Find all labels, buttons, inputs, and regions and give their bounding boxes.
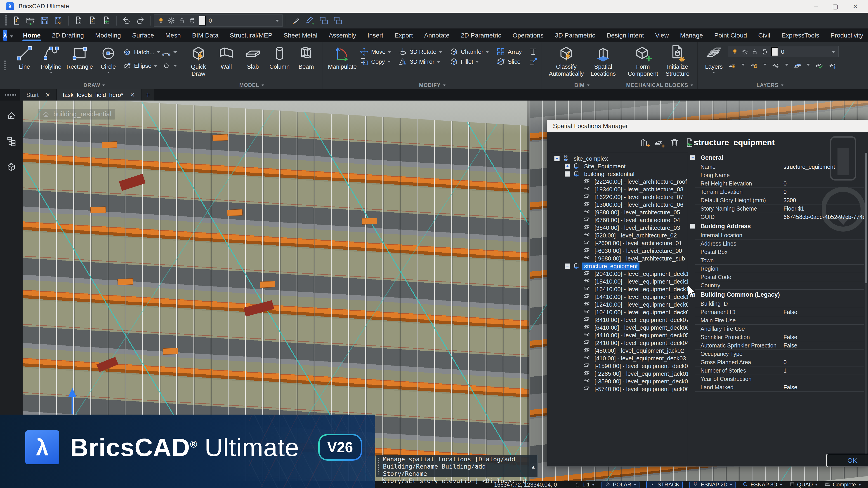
structure-browser-icon[interactable] — [6, 136, 17, 147]
chevron-down-icon[interactable] — [858, 484, 861, 486]
tree-item-4410-00-level-equipment-deck05[interactable]: [4410.00] - level_equipment_deck05 — [551, 331, 688, 339]
new-tab-button[interactable]: + — [142, 89, 154, 101]
fillet-button[interactable]: Fillet — [449, 57, 489, 66]
save-button[interactable] — [38, 14, 51, 27]
tab-structural-mep[interactable]: Structural/MEP — [224, 29, 278, 42]
layer-set-current-icon[interactable] — [793, 60, 802, 69]
layer-thaw-icon[interactable] — [741, 48, 748, 55]
beam-button[interactable]: Beam — [293, 44, 319, 71]
export-button[interactable] — [100, 14, 113, 27]
tab-sheet-metal[interactable]: Sheet Metal — [278, 29, 323, 42]
tree-item-2410-00-level-equipment-deck04[interactable]: [2410.00] - level_equipment_deck04 — [551, 339, 688, 347]
viewport-config-2-button[interactable] — [331, 14, 344, 27]
line-button[interactable]: Line — [12, 44, 37, 71]
property-value[interactable] — [779, 256, 864, 264]
layer-on-icon[interactable] — [157, 17, 165, 24]
quick-draw-button[interactable]: Quick Draw — [185, 44, 212, 78]
tab-modeling[interactable]: Modeling — [90, 29, 127, 42]
slab-button[interactable]: Slab — [240, 44, 266, 71]
property-value[interactable]: 0 — [779, 358, 864, 366]
property-value[interactable] — [779, 281, 864, 289]
tree-item-5740-00-level-equipment-jack00[interactable]: [-5740.00] - level_equipment_jack00 — [551, 385, 688, 393]
import-button[interactable] — [86, 14, 99, 27]
spatial-locations-button[interactable]: Spatial Locations — [588, 44, 618, 78]
status-toggle-1-1[interactable]: 1:1 — [574, 481, 595, 488]
tab-2d-parametric[interactable]: 2D Parametric — [455, 29, 507, 42]
document-tab-task-levels-field-hero[interactable]: task_levels_field_hero*✕ — [57, 89, 141, 101]
tree-item-10410-00-level-equipment-deck08[interactable]: [10410.00] - level_equipment_deck08 — [551, 308, 688, 316]
layer-isolate-icon[interactable] — [728, 60, 737, 69]
tab-3d-parametric[interactable]: 3D Parametric — [549, 29, 601, 42]
tab-manage[interactable]: Manage — [675, 29, 709, 42]
chevron-down-icon[interactable] — [10, 35, 13, 37]
status-toggle-polar[interactable]: POLAR — [601, 481, 639, 488]
chamfer-button[interactable]: Chamfer — [449, 47, 489, 57]
tab-close-icon[interactable]: ✕ — [130, 92, 135, 98]
tree-item-12410-00-level-equipment-deck09[interactable]: [12410.00] - level_equipment_deck09 — [551, 301, 688, 308]
property-value[interactable] — [779, 273, 864, 281]
tab-operations[interactable]: Operations — [507, 29, 549, 42]
collapse-icon[interactable]: − — [690, 155, 695, 160]
tree-item-13000-00-level-architecture-06[interactable]: [13000.00] - level_architecture_06 — [551, 201, 688, 208]
chevron-down-icon[interactable] — [832, 51, 835, 53]
chevron-down-icon[interactable] — [592, 484, 595, 486]
tab-mesh[interactable]: Mesh — [160, 29, 186, 42]
find-file-button[interactable] — [72, 14, 85, 27]
open-file-button[interactable] — [24, 14, 37, 27]
manipulate-button[interactable]: Manipulate — [327, 44, 358, 71]
tab-bim-data[interactable]: BIM Data — [186, 29, 224, 42]
viewport-config-button[interactable] — [317, 14, 331, 27]
property-value[interactable]: False — [779, 383, 864, 391]
arc-button[interactable] — [162, 47, 177, 57]
property-value[interactable]: 0 — [779, 188, 864, 196]
tree-item-6760-00-level-architecture-04[interactable]: [6760.00] - level_architecture_04 — [551, 216, 688, 224]
ribbon-grip[interactable] — [4, 61, 6, 71]
tree-item-9680-00-level-architecture-sub[interactable]: [-9680.00] - level_architecture_sub — [551, 255, 688, 262]
maximize-button[interactable]: ▢ — [832, 3, 838, 10]
tree-item-18410-00-level-equipment-deck12[interactable]: [18410.00] - level_equipment_deck12 — [551, 278, 688, 285]
home-icon[interactable] — [6, 110, 17, 121]
tab-expresstools[interactable]: ExpressTools — [776, 29, 825, 42]
property-value[interactable]: Floor $1 — [779, 204, 864, 213]
chevron-down-icon[interactable] — [730, 484, 733, 486]
new-file-button[interactable] — [10, 14, 23, 27]
tab-point-cloud[interactable]: Point Cloud — [709, 29, 753, 42]
property-value[interactable] — [779, 248, 864, 256]
property-value[interactable] — [779, 265, 864, 273]
tree-item-8410-00-level-equipment-deck07[interactable]: [8410.00] - level_equipment_deck07 — [551, 316, 688, 324]
layer-unlock-icon[interactable] — [178, 17, 186, 24]
tab-insert[interactable]: Insert — [362, 29, 389, 42]
tree-item-22240-00-level-architecture-roof[interactable]: [22240.00] - level_architecture_roof — [551, 178, 688, 186]
document-tab-start[interactable]: Start✕ — [20, 89, 56, 101]
tab-surface[interactable]: Surface — [127, 29, 160, 42]
layers-button[interactable]: Layers — [701, 44, 726, 74]
layer-freeze-icon[interactable] — [771, 60, 780, 69]
close-button[interactable]: ✕ — [853, 3, 858, 10]
property-value[interactable] — [779, 350, 864, 358]
tree-item-6030-00-level-architecture-00[interactable]: [-6030.00] - level_architecture_00 — [551, 247, 688, 255]
undo-button[interactable] — [120, 14, 133, 27]
hatch-button[interactable]: Hatch... — [122, 47, 160, 57]
property-value[interactable] — [779, 239, 864, 248]
status-toggle-strack[interactable]: STRACK — [646, 481, 683, 488]
section-general[interactable]: −General — [690, 153, 864, 163]
copy-button[interactable]: Copy — [360, 57, 392, 66]
tree-item-14410-00-level-equipment-deck10[interactable]: [14410.00] - level_equipment_deck10 — [551, 293, 688, 301]
tab-bar-grip[interactable] — [5, 94, 17, 96]
stretch-button[interactable] — [528, 47, 538, 57]
tree-item-3590-00-level-equipment-deck01[interactable]: [-3590.00] - level_equipment_deck01 — [551, 378, 688, 385]
tree-item-20410-00-level-equipment-deck13[interactable]: [20410.00] - level_equipment_deck13 — [551, 270, 688, 278]
annotative-edit-button[interactable] — [303, 14, 316, 27]
property-value[interactable]: 667458cb-0aee-4b52-97cb-774c382a10 — [779, 213, 864, 221]
move-button[interactable]: Move — [360, 47, 392, 57]
tree-item-2600-00-level-architecture-01[interactable]: [-2600.00] - level_architecture_01 — [551, 239, 688, 247]
3d-rotate-button[interactable]: 3D Rotate — [398, 47, 442, 57]
property-value[interactable]: False — [779, 333, 864, 341]
status-toggle-quad[interactable]: QUAD — [789, 481, 818, 488]
dialog-title-bar[interactable]: Spatial Locations Manager — [547, 120, 868, 132]
rectangle-button[interactable]: Rectangle — [65, 44, 94, 71]
initialize-structure-button[interactable]: Initialize Structure — [661, 44, 693, 78]
command-line[interactable]: Manage spatial locations [Dialog/addBuil… — [376, 455, 538, 477]
collapse-icon[interactable]: − — [565, 171, 570, 177]
tab-2d-drafting[interactable]: 2D Drafting — [46, 29, 90, 42]
